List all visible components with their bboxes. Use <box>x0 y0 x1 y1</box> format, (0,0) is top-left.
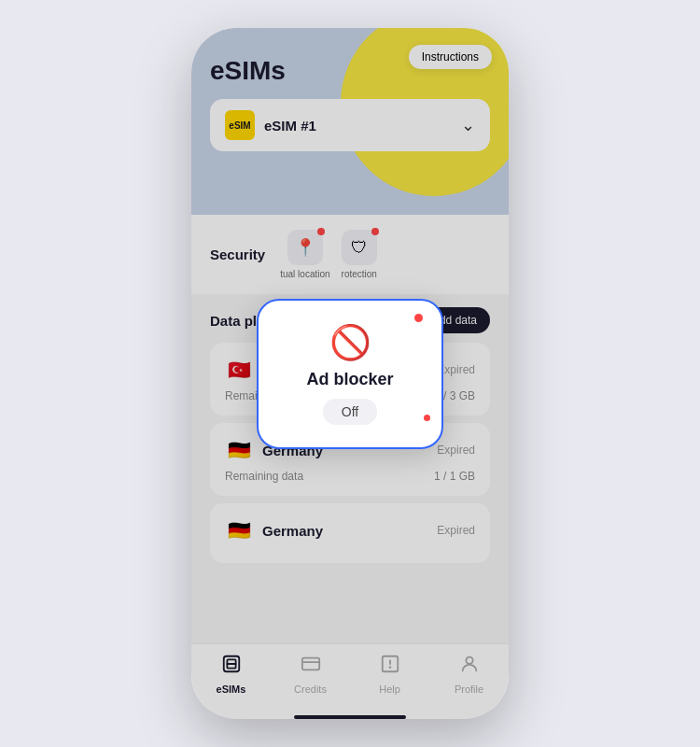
popup-overlay: 🚫 Ad blocker Off <box>191 28 509 719</box>
popup-dot-br <box>424 415 430 421</box>
phone-frame: Instructions eSIMs eSIM eSIM #1 ⌄ Securi… <box>191 28 509 719</box>
ban-icon: 🚫 <box>288 323 412 362</box>
ad-blocker-popup[interactable]: 🚫 Ad blocker Off <box>257 299 443 449</box>
popup-dot-tr <box>414 314 423 322</box>
ad-blocker-status[interactable]: Off <box>323 399 377 425</box>
ad-blocker-title: Ad blocker <box>288 370 412 389</box>
